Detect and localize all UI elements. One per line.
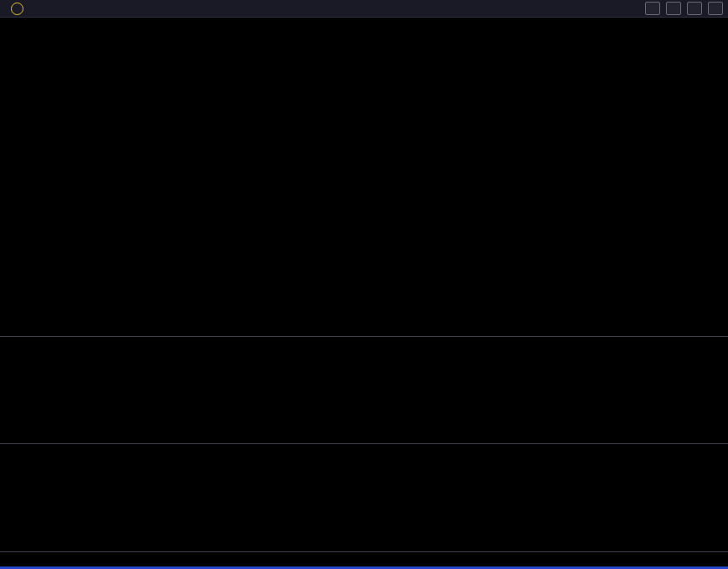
grid-view-icon[interactable] <box>687 2 702 15</box>
time-axis <box>0 552 728 566</box>
step-forward-icon[interactable] <box>708 2 723 15</box>
top-toolbar <box>0 0 728 18</box>
panel-separator <box>0 336 728 337</box>
zoom-in-icon[interactable] <box>645 2 660 15</box>
macd-chart-panel[interactable] <box>0 351 728 443</box>
price-chart-panel[interactable] <box>0 18 728 336</box>
zoom-out-icon[interactable] <box>666 2 681 15</box>
rsi-chart-panel[interactable] <box>0 458 728 551</box>
panel-separator <box>0 443 728 444</box>
symbol-settings-icon[interactable] <box>11 3 23 15</box>
forex-chart-app <box>0 0 728 569</box>
